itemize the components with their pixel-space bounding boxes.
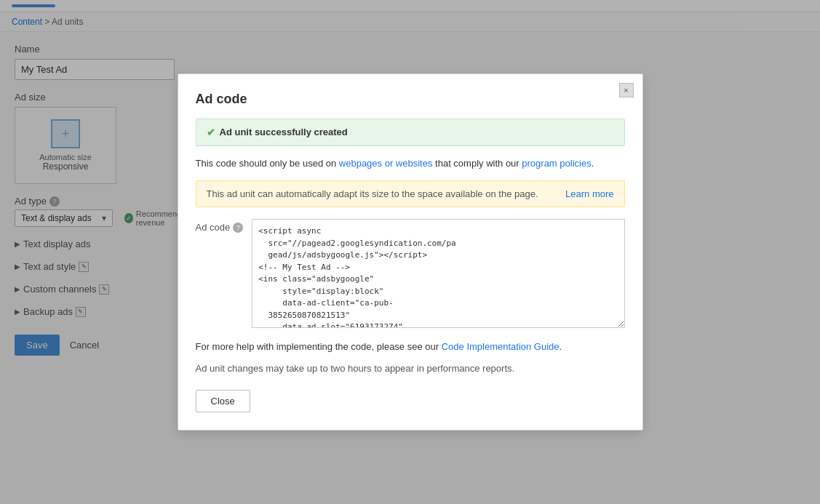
ad-code-modal: × Ad code ✔ Ad unit successfully created…: [178, 73, 643, 367]
success-check-icon: ✔: [207, 127, 215, 138]
note-text: Ad unit changes may take up to two hours…: [196, 361, 625, 367]
help-text: For more help with implementing the code…: [196, 340, 625, 354]
code-help-icon[interactable]: ?: [233, 223, 243, 233]
info-text: This code should only be used on webpage…: [196, 156, 625, 171]
info-link-webpages[interactable]: webpages or websites: [339, 158, 433, 169]
yellow-notice-text: This ad unit can automatically adapt its…: [207, 188, 538, 199]
info-link-policies[interactable]: program policies: [522, 158, 591, 169]
code-section: Ad code ? <script async src="//pagead2.g…: [196, 219, 625, 328]
success-message: Ad unit successfully created: [220, 127, 348, 137]
yellow-notice: This ad unit can automatically adapt its…: [196, 180, 625, 207]
modal-overlay: × Ad code ✔ Ad unit successfully created…: [0, 0, 820, 367]
learn-more-link[interactable]: Learn more: [565, 188, 613, 199]
code-label: Ad code ?: [196, 219, 244, 233]
modal-close-button[interactable]: ×: [619, 83, 634, 97]
ad-code-textarea[interactable]: <script async src="//pagead2.googlesyndi…: [252, 219, 624, 328]
code-implementation-link[interactable]: Code Implementation Guide: [442, 341, 560, 352]
modal-title: Ad code: [196, 92, 625, 107]
success-banner: ✔ Ad unit successfully created: [196, 119, 625, 146]
